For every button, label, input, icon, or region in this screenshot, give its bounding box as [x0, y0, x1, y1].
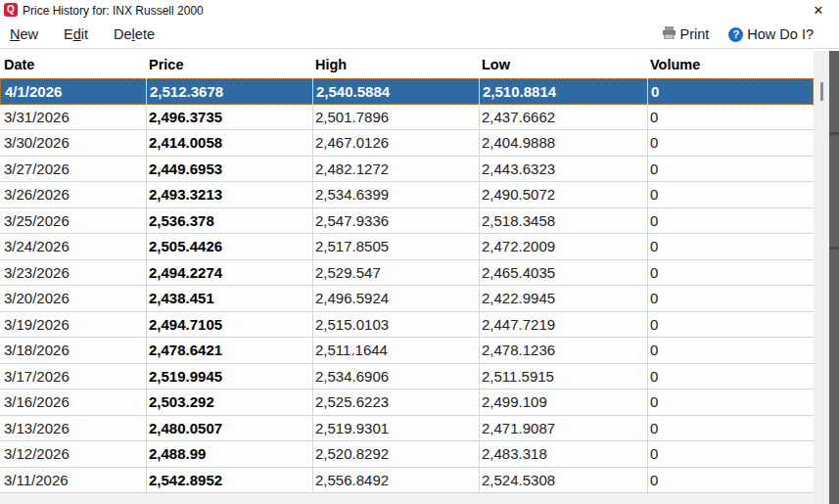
table-row[interactable]: 3/24/2026 2,505.4426 2,517.8505 2,472.20…: [0, 234, 814, 260]
cell-price: 2,505.4426: [149, 234, 222, 258]
cell-high: 2,515.0103: [315, 312, 389, 337]
table-row[interactable]: 3/16/2026 2,503.292 2,525.6223 2,499.109…: [0, 389, 814, 416]
cell-date: 3/31/2026: [4, 105, 70, 129]
menu-item-delete[interactable]: Delete: [114, 26, 155, 42]
table-row[interactable]: 3/19/2026 2,494.7105 2,515.0103 2,447.72…: [0, 312, 814, 339]
column-separator: [479, 78, 480, 493]
background-window-sliver: [829, 51, 839, 504]
cell-date: 3/12/2026: [4, 441, 70, 466]
table-row[interactable]: 3/23/2026 2,494.2274 2,529.547 2,465.403…: [0, 260, 814, 287]
cell-high: 2,496.5924: [315, 286, 389, 310]
table-row[interactable]: 3/11/2026 2,542.8952 2,556.8492 2,524.53…: [0, 468, 814, 494]
column-header-volume[interactable]: Volume: [650, 52, 700, 77]
cell-high: 2,501.7896: [315, 105, 389, 129]
title-bar: Q Price History for: INX Russell 2000 ✕: [0, 0, 839, 21]
cell-volume: 0: [650, 130, 658, 155]
cell-price: 2,414.0058: [149, 130, 222, 155]
menu-item-new[interactable]: New: [10, 26, 38, 42]
column-separator: [312, 78, 313, 493]
how-do-i-button[interactable]: ? How Do I?: [728, 26, 814, 42]
table-footer-strip: [0, 493, 814, 504]
column-header-high[interactable]: High: [315, 52, 347, 77]
cell-volume: 0: [650, 157, 658, 181]
cell-date: 3/25/2026: [4, 208, 70, 233]
help-icon: ?: [728, 27, 743, 42]
cell-low: 2,437.6662: [482, 105, 555, 129]
cell-low: 2,483.318: [482, 441, 547, 466]
cell-volume: 0: [650, 364, 658, 389]
cell-high: 2,547.9336: [315, 208, 389, 233]
cell-low: 2,471.9087: [482, 416, 555, 440]
table-row[interactable]: 3/17/2026 2,519.9945 2,534.6906 2,511.59…: [0, 364, 814, 390]
column-header-price[interactable]: Price: [149, 52, 183, 77]
table-row[interactable]: 3/26/2026 2,493.3213 2,534.6399 2,490.50…: [0, 182, 814, 208]
cell-low: 2,443.6323: [482, 157, 555, 181]
cell-price: 2,494.7105: [149, 312, 222, 337]
cell-price: 2,496.3735: [149, 105, 222, 129]
cell-date: 3/30/2026: [4, 130, 70, 155]
table-row[interactable]: 3/20/2026 2,438.451 2,496.5924 2,422.994…: [0, 286, 814, 312]
table-row[interactable]: 4/1/2026 2,512.3678 2,540.5884 2,510.881…: [0, 78, 814, 105]
cell-high: 2,511.1644: [315, 338, 388, 362]
price-history-window: Q Price History for: INX Russell 2000 ✕ …: [0, 0, 839, 504]
table-row[interactable]: 3/18/2026 2,478.6421 2,511.1644 2,478.12…: [0, 338, 814, 364]
cell-date: 3/23/2026: [4, 260, 70, 285]
cell-high: 2,517.8505: [315, 234, 389, 258]
cell-price: 2,480.0507: [149, 416, 222, 440]
cell-price: 2,493.3213: [149, 182, 222, 206]
cell-high: 2,467.0126: [315, 130, 389, 155]
cell-high: 2,534.6906: [315, 364, 389, 389]
cell-low: 2,524.5308: [482, 468, 555, 492]
menu-bar: New Edit Delete Print ? How Do I?: [0, 21, 839, 49]
close-icon[interactable]: ✕: [807, 1, 830, 20]
table-row[interactable]: 3/25/2026 2,536.378 2,547.9336 2,518.345…: [0, 208, 814, 235]
table-row[interactable]: 3/12/2026 2,488.99 2,520.8292 2,483.318 …: [0, 441, 814, 468]
cell-low: 2,499.109: [482, 389, 547, 414]
cell-volume: 0: [650, 416, 658, 440]
scrollbar-thumb[interactable]: [820, 82, 823, 101]
cell-date: 3/18/2026: [4, 338, 70, 362]
how-do-i-label: How Do I?: [747, 26, 814, 42]
cell-date: 3/16/2026: [4, 389, 70, 414]
cell-date: 3/26/2026: [4, 182, 70, 206]
table-row[interactable]: 3/31/2026 2,496.3735 2,501.7896 2,437.66…: [0, 105, 814, 131]
cell-date: 3/19/2026: [4, 312, 70, 337]
printer-icon: [662, 26, 676, 42]
cell-low: 2,472.2009: [482, 234, 555, 258]
cell-low: 2,511.5915: [482, 364, 554, 389]
table-row[interactable]: 3/27/2026 2,449.6953 2,482.1272 2,443.63…: [0, 157, 814, 183]
table-row[interactable]: 3/13/2026 2,480.0507 2,519.9301 2,471.90…: [0, 416, 814, 442]
cell-price: 2,519.9945: [149, 364, 222, 389]
cell-volume: 0: [650, 338, 658, 362]
cell-volume: 0: [650, 312, 658, 337]
cell-date: 3/24/2026: [4, 234, 70, 258]
cell-high: 2,540.5884: [316, 79, 390, 104]
cell-date: 3/13/2026: [4, 416, 70, 440]
cell-high: 2,525.6223: [315, 389, 389, 414]
column-separator: [647, 78, 648, 493]
cell-high: 2,529.547: [315, 260, 381, 285]
print-button[interactable]: Print: [662, 26, 709, 42]
cell-volume: 0: [650, 441, 658, 466]
cell-volume: 0: [650, 389, 658, 414]
cell-volume: 0: [650, 260, 658, 285]
cell-low: 2,518.3458: [482, 208, 555, 233]
column-header-low[interactable]: Low: [482, 52, 510, 77]
cell-volume: 0: [650, 208, 658, 233]
cell-low: 2,510.8814: [483, 79, 556, 104]
cell-price: 2,449.6953: [149, 157, 222, 181]
cell-low: 2,490.5072: [482, 182, 555, 206]
cell-volume: 0: [650, 234, 658, 258]
cell-date: 3/20/2026: [4, 286, 70, 310]
column-separator: [146, 78, 147, 493]
column-header-date[interactable]: Date: [4, 52, 34, 77]
cell-high: 2,482.1272: [315, 157, 389, 181]
menu-item-edit[interactable]: Edit: [64, 26, 88, 42]
cell-low: 2,465.4035: [482, 260, 555, 285]
cell-price: 2,536.378: [149, 208, 214, 233]
quicken-app-icon: Q: [4, 3, 18, 17]
cell-price: 2,488.99: [149, 441, 206, 466]
vertical-scrollbar[interactable]: [814, 51, 829, 504]
table-row[interactable]: 3/30/2026 2,414.0058 2,467.0126 2,404.98…: [0, 130, 814, 157]
cell-low: 2,478.1236: [482, 338, 555, 362]
